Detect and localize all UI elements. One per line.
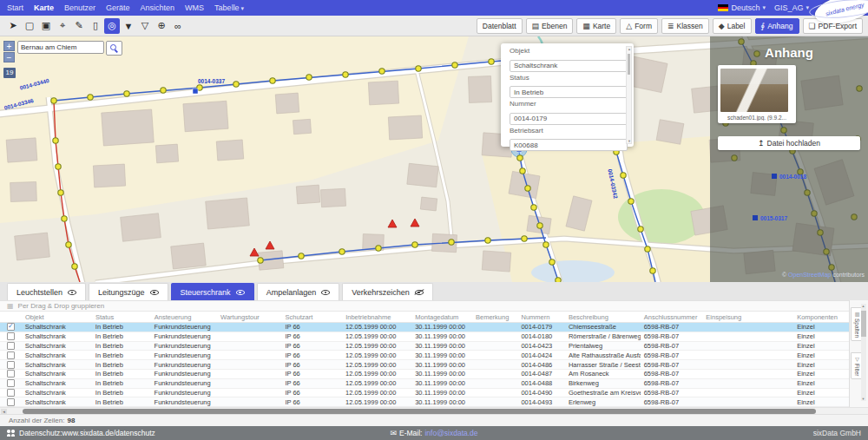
- menu-item-ansichten[interactable]: Ansichten: [141, 3, 175, 12]
- eye-icon[interactable]: [68, 288, 76, 296]
- map-canvas[interactable]: + − 19 0014-03370014-034400014-033460014…: [0, 36, 868, 282]
- table-row[interactable]: SchaltschrankIn BetriebFunkrundsteuerung…: [0, 332, 868, 342]
- menu-item-benutzer[interactable]: Benutzer: [64, 3, 95, 12]
- vertical-scrollbar[interactable]: [861, 304, 866, 401]
- table-row[interactable]: SchaltschrankIn BetriebFunkrundsteuerung…: [0, 389, 868, 398]
- form-button[interactable]: △Form: [620, 18, 658, 34]
- row-checkbox[interactable]: [7, 351, 15, 359]
- search-button[interactable]: [106, 41, 122, 56]
- table-cell: Am Rosaneck: [565, 370, 641, 378]
- column-header-ansteuerung[interactable]: Ansteuerung: [151, 313, 217, 321]
- column-header-nummern[interactable]: Nummern: [518, 313, 565, 321]
- table-cell: 30.11.1999 00:00: [411, 342, 472, 350]
- email-link[interactable]: info@sixdata.de: [424, 429, 477, 437]
- footer-email: ✉ E-Mail: info@sixdata.de: [390, 429, 477, 437]
- datenblatt-button[interactable]: Datenblatt: [477, 18, 523, 34]
- betriebsart-field[interactable]: [510, 139, 628, 151]
- grid-header: ObjektStatusAnsteuerungWartungstourSchut…: [0, 312, 868, 323]
- row-checkbox[interactable]: [7, 370, 15, 378]
- attachment-card[interactable]: schaden01.jpg. (9.9.2...: [718, 65, 796, 123]
- form-label: Form: [635, 22, 652, 30]
- row-checkbox[interactable]: [7, 398, 15, 406]
- menu-item-karte[interactable]: Karte: [34, 3, 54, 12]
- horizontal-scrollbar[interactable]: ◂: [0, 407, 868, 414]
- table-row[interactable]: SchaltschrankIn BetriebFunkrundsteuerung…: [0, 397, 868, 407]
- delete-tool[interactable]: ▯: [88, 18, 103, 34]
- column-header-beschreibung[interactable]: Beschreibung: [565, 313, 641, 321]
- measure-tool[interactable]: ⊕: [154, 18, 169, 34]
- tab-leuchtstellen[interactable]: Leuchtstellen: [7, 283, 86, 300]
- status-field[interactable]: [510, 86, 628, 98]
- circle-select-tool[interactable]: ◎: [104, 18, 120, 34]
- table-row[interactable]: SchaltschrankIn BetriebFunkrundsteuerung…: [0, 351, 868, 360]
- popup-scrollbar[interactable]: [626, 46, 632, 144]
- column-header-status[interactable]: Status: [92, 313, 151, 321]
- envelope-icon: ✉: [390, 429, 397, 437]
- search-input[interactable]: [17, 41, 104, 54]
- zoom-out-button[interactable]: −: [3, 52, 15, 62]
- eye-off-icon[interactable]: [415, 288, 424, 296]
- menu-item-geräte[interactable]: Geräte: [106, 3, 130, 12]
- column-header-wartungstour[interactable]: Wartungstour: [217, 313, 281, 321]
- menu-item-wms[interactable]: WMS: [185, 3, 204, 12]
- column-header-einspeisung[interactable]: Einspeisung: [702, 313, 793, 321]
- group-bar[interactable]: ▦ Per Drag & Drop gruppieren: [0, 300, 868, 312]
- filter-tool[interactable]: ▼: [121, 18, 136, 34]
- menu-item-tabelle[interactable]: Tabelle ▾: [214, 3, 244, 12]
- tab-verkehrszeichen[interactable]: Verkehrszeichen: [342, 283, 433, 300]
- klassen-button[interactable]: ≣Klassen: [661, 18, 709, 34]
- table-row[interactable]: SchaltschrankIn BetriebFunkrundsteuerung…: [0, 379, 868, 389]
- table-row[interactable]: SchaltschrankIn BetriebFunkrundsteuerung…: [0, 323, 868, 332]
- table-cell: 30.11.1999 00:00: [411, 361, 472, 369]
- row-checkbox[interactable]: [7, 332, 15, 340]
- tab-leitungszüge[interactable]: Leitungszüge: [89, 283, 168, 300]
- row-checkbox[interactable]: [7, 342, 15, 350]
- table-row[interactable]: SchaltschrankIn BetriebFunkrundsteuerung…: [0, 342, 868, 351]
- row-checkbox[interactable]: [7, 323, 15, 331]
- column-header-schutzart[interactable]: Schutzart: [282, 313, 343, 321]
- objekt-field[interactable]: [510, 60, 628, 72]
- tab-label: Ampelanlagen: [266, 288, 317, 297]
- select-rect-tool[interactable]: ▢: [22, 18, 37, 34]
- table-cell: Funkrundsteuerung: [151, 398, 217, 406]
- link-tool[interactable]: ∞: [170, 18, 186, 34]
- account-label: GIS_AG: [774, 3, 804, 12]
- table-row[interactable]: SchaltschrankIn BetriebFunkrundsteuerung…: [0, 370, 868, 379]
- karte-button[interactable]: ▦Karte: [576, 18, 616, 34]
- nummer-field[interactable]: [510, 113, 628, 125]
- zoom-in-button[interactable]: +: [3, 41, 15, 51]
- table-cell: In Betrieb: [92, 342, 151, 350]
- eye-icon[interactable]: [321, 288, 330, 296]
- label-button[interactable]: ◆Label: [713, 18, 752, 34]
- karte-icon: ▦: [582, 22, 590, 30]
- eye-icon[interactable]: [150, 288, 159, 296]
- privacy-link[interactable]: Datenschutz:www.sixdata.de/datenschutz: [19, 429, 155, 437]
- tab-steuerschrank[interactable]: Steuerschrank: [171, 283, 254, 300]
- column-header-bemerkung[interactable]: Bemerkung: [472, 313, 518, 321]
- account-selector[interactable]: GIS_AG ▾: [774, 3, 809, 12]
- column-header-montagedatum[interactable]: Montagedatum: [411, 313, 472, 321]
- select-area-tool[interactable]: ▣: [38, 18, 54, 34]
- table-row[interactable]: SchaltschrankIn BetriebFunkrundsteuerung…: [0, 360, 868, 370]
- column-header-inbetriebnahme[interactable]: Inbetriebnahme: [342, 313, 411, 321]
- row-checkbox[interactable]: [7, 379, 15, 387]
- point-tool[interactable]: ⌖: [55, 18, 70, 34]
- tab-ampelanlagen[interactable]: Ampelanlagen: [257, 283, 340, 300]
- row-checkbox[interactable]: [7, 361, 15, 369]
- filter-outline-tool[interactable]: ▽: [137, 18, 153, 34]
- column-header-objekt[interactable]: Objekt: [22, 313, 92, 321]
- eye-icon[interactable]: [236, 288, 245, 296]
- column-header-anschlussnummer[interactable]: Anschlussnummer: [641, 313, 703, 321]
- table-cell: IP 66: [281, 379, 342, 387]
- edit-tool[interactable]: ✎: [71, 18, 87, 34]
- anhang-button[interactable]: ∮Anhang: [755, 18, 799, 34]
- upload-file-button[interactable]: ↥ Datei hochladen: [718, 136, 860, 150]
- menu-item-start[interactable]: Start: [7, 3, 23, 12]
- attachment-thumbnail[interactable]: [720, 69, 788, 112]
- cursor-tool[interactable]: ➤: [5, 18, 21, 34]
- ebenen-button[interactable]: ▤Ebenen: [526, 18, 574, 34]
- osm-link[interactable]: OpenStreetMap: [788, 272, 831, 278]
- row-checkbox[interactable]: [7, 389, 15, 397]
- map-searchbox: [17, 41, 122, 56]
- language-selector[interactable]: Deutsch ▾: [718, 3, 766, 12]
